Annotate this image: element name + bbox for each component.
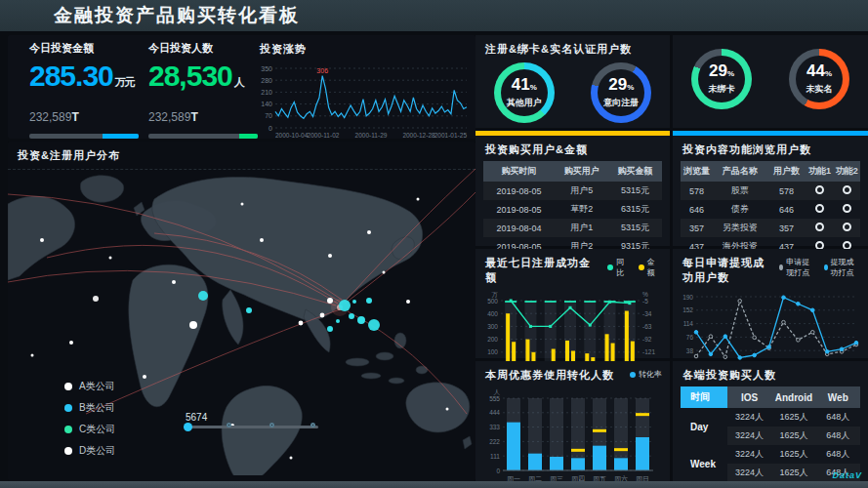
purchase-table-panel: 投资购买用户&金额 购买时间购买用户购买金额2019-08-05用户55315元… — [475, 131, 670, 246]
table-row[interactable]: 2019-08-04用户15315元 — [483, 219, 662, 237]
svg-text:100: 100 — [487, 348, 498, 355]
table-cell: 1625人 — [771, 427, 815, 445]
kpi-amount-progress — [29, 134, 139, 139]
table-cell-function[interactable] — [833, 219, 860, 237]
svg-text:2000-10-04: 2000-10-04 — [275, 132, 309, 139]
svg-text:111: 111 — [490, 453, 500, 460]
column-header[interactable]: 时间 — [681, 386, 727, 408]
table-cell: 3224人 — [727, 464, 771, 482]
map-legend: A类公司 B类公司 C类公司 D类公司 — [64, 372, 115, 458]
table-cell-function[interactable] — [833, 200, 860, 219]
table-row[interactable]: 357另类投资357 — [681, 219, 860, 237]
svg-text:222: 222 — [489, 438, 500, 445]
table-row[interactable]: Day3224人1625人648人 — [681, 408, 860, 427]
donut-未绑卡[interactable]: 29% 未绑卡 — [691, 49, 752, 109]
table-cell: 648人 — [816, 427, 860, 445]
table-cell-function[interactable] — [806, 219, 834, 237]
column-header[interactable]: 产品名称 — [713, 161, 766, 182]
slider-stop-1[interactable] — [227, 423, 231, 427]
legend-item[interactable]: 同比 — [607, 257, 631, 278]
column-header[interactable]: IOS — [727, 386, 771, 408]
svg-text:140: 140 — [261, 101, 272, 107]
coupon-chart[interactable]: 人0111222333444555周一周二周三周四周五周六周日 — [475, 386, 670, 488]
slider-handle[interactable] — [184, 423, 192, 431]
table-cell: 357 — [766, 219, 806, 237]
donut-label: 未实名 — [806, 83, 833, 96]
donut-其他用户[interactable]: 41% 其他用户 — [494, 62, 555, 123]
table-cell: 3224人 — [727, 408, 771, 427]
legend-item[interactable]: 提现成功打点 — [824, 257, 860, 278]
table-cell: 357 — [681, 219, 713, 237]
platform-table-panel: 各端投资购买人数 时间IOSAndroidWebDay3224人1625人648… — [673, 361, 868, 481]
coupon-chart-panel: 本周优惠券使用转化人数 转化率 人0111222333444555周一周二周三周… — [475, 361, 670, 481]
map-legend-item[interactable]: D类公司 — [64, 444, 115, 458]
legend-label: A类公司 — [79, 380, 115, 393]
slider-stop-2[interactable] — [269, 423, 274, 427]
table-row[interactable]: Week3224人1625人648人 — [681, 445, 860, 464]
map-timeline-slider[interactable]: 5674 — [186, 412, 318, 428]
legend-label: C类公司 — [79, 423, 115, 436]
donut-label: 意向注册 — [603, 97, 639, 109]
map-panel: 投资&注册用户分布 — [8, 142, 475, 481]
table-cell-function[interactable] — [806, 200, 834, 219]
legend-dot-icon — [779, 264, 783, 270]
svg-text:114: 114 — [683, 320, 694, 327]
kpi-amount-label: 今日投资金额 — [29, 41, 139, 56]
table-row[interactable]: 2019-08-05用户55315元 — [483, 182, 662, 200]
table-cell: 648人 — [816, 445, 860, 464]
table-cell: 5315元 — [608, 182, 662, 200]
column-header[interactable]: 功能1 — [806, 161, 834, 182]
column-header[interactable]: 浏览量 — [681, 161, 713, 182]
function-ring-icon — [815, 185, 824, 194]
map-legend-item[interactable]: B类公司 — [64, 401, 115, 415]
legend-item[interactable]: 申请提现打点 — [779, 257, 815, 278]
donut-value: 44% — [806, 63, 832, 82]
map-legend-item[interactable]: A类公司 — [64, 380, 115, 393]
slider-track[interactable] — [186, 426, 318, 428]
svg-text:152: 152 — [682, 306, 693, 313]
svg-text:555: 555 — [489, 395, 500, 402]
legend-label: B类公司 — [79, 401, 115, 415]
table-cell: 2019-08-04 — [483, 219, 555, 237]
svg-text:200: 200 — [487, 336, 498, 343]
column-header[interactable]: Web — [816, 386, 860, 408]
browse-table-panel: 投资内容功能浏览用户数 浏览量产品名称用户数功能1功能2578股票578646债… — [673, 131, 868, 246]
table-cell: 6315元 — [608, 200, 662, 219]
table-cell: 1625人 — [771, 445, 815, 464]
kpi-people-value: 28,530人 — [148, 61, 258, 97]
table-cell: 1625人 — [771, 408, 815, 427]
legend-dot-icon — [64, 426, 72, 433]
legend-item[interactable]: 金额 — [639, 257, 662, 278]
svg-text:350: 350 — [261, 65, 272, 72]
column-header[interactable]: 购买时间 — [483, 161, 555, 182]
table-cell-function[interactable] — [833, 182, 860, 200]
group-label: Week — [681, 445, 727, 482]
donut-未实名[interactable]: 44% 未实名 — [789, 49, 849, 109]
svg-text:2000-11-02: 2000-11-02 — [308, 132, 340, 139]
table-cell-function[interactable] — [806, 182, 834, 200]
svg-text:-34: -34 — [642, 310, 652, 317]
svg-text:400: 400 — [487, 310, 498, 317]
column-header[interactable]: 购买用户 — [555, 161, 608, 182]
legend-item[interactable]: 转化率 — [630, 369, 662, 380]
table-cell: 2019-08-05 — [483, 182, 555, 200]
donut-意向注册[interactable]: 29% 意向注册 — [591, 62, 651, 123]
column-header[interactable]: Android — [771, 386, 815, 408]
table-row[interactable]: 646债券646 — [681, 200, 860, 219]
donut-panel-left: 注册&绑卡&实名认证用户数 41% 其他用户 29% 意向注册 — [475, 35, 670, 128]
map-legend-item[interactable]: C类公司 — [64, 423, 115, 436]
legend-label: 申请提现打点 — [786, 257, 815, 278]
slider-stop-3[interactable] — [310, 423, 315, 427]
svg-text:306: 306 — [316, 67, 328, 74]
trend-chart[interactable]: 0701402102803503062000-10-042000-11-0220… — [250, 61, 475, 144]
svg-text:70: 70 — [265, 112, 272, 119]
column-header[interactable]: 功能2 — [833, 161, 860, 182]
kpi-card-people: 今日投资人数 28,530人 232,589T — [148, 41, 258, 139]
legend-dot-icon — [824, 264, 828, 270]
kpi-panel: 今日投资金额 285.30万元 232,589T 今日投资人数 28,530人 … — [8, 35, 475, 139]
svg-text:-92: -92 — [642, 336, 652, 343]
column-header[interactable]: 用户数 — [766, 161, 806, 182]
table-row[interactable]: 2019-08-05草野26315元 — [483, 200, 662, 219]
column-header[interactable]: 购买金额 — [608, 161, 662, 182]
table-row[interactable]: 578股票578 — [681, 182, 860, 200]
